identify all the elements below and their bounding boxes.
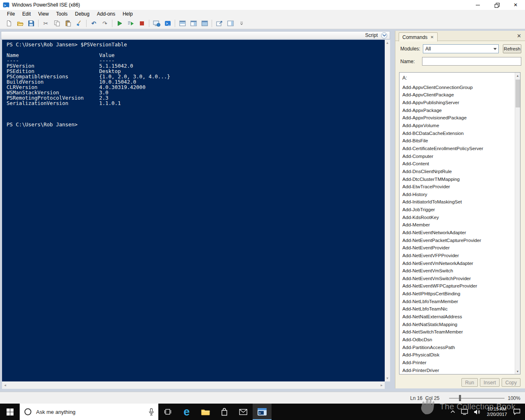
insert-button[interactable]: Insert [480, 378, 500, 387]
console-output[interactable]: PS C:\Users\Rob Jansen> $PSVersionTable … [2, 40, 385, 127]
tab-close-icon[interactable]: ✕ [430, 35, 434, 39]
scroll-down-icon[interactable]: ▼ [515, 368, 521, 374]
run-selection-button[interactable] [125, 19, 136, 28]
menu-item[interactable]: Debug [71, 10, 93, 18]
command-list-item[interactable]: Add-PhysicalDisk [399, 351, 520, 358]
menu-item[interactable]: Help [119, 10, 137, 18]
command-list-item[interactable]: Add-Computer [399, 152, 520, 160]
scroll-up-icon[interactable]: ▲ [384, 40, 390, 46]
command-list-item[interactable]: Add-DnsClientNrptRule [399, 167, 520, 175]
cortana-search-box[interactable]: Ask me anything [20, 404, 158, 420]
volume-button[interactable] [471, 404, 484, 420]
run-button[interactable]: Run [461, 378, 478, 387]
edge-button[interactable]: e [177, 404, 196, 420]
command-list-scrollbar[interactable]: ▲ ▼ [515, 73, 520, 374]
command-list-item[interactable]: Add-AppxPackage [399, 106, 520, 114]
command-list-item[interactable]: Add-JobTrigger [399, 205, 520, 213]
run-script-button[interactable] [114, 19, 125, 28]
menu-item[interactable]: Add-ons [93, 10, 119, 18]
scrollbar-thumb[interactable] [516, 80, 520, 107]
scroll-down-icon[interactable]: ▼ [384, 375, 390, 381]
command-list[interactable]: A: Add-AppvClientConnectionGroupAdd-Appv… [399, 72, 520, 374]
command-list-item[interactable]: Add-Member [399, 221, 520, 229]
command-list-item[interactable]: Add-PrinterPort [399, 374, 520, 374]
command-list-item[interactable]: Add-InitiatorIdToMaskingSet [399, 198, 520, 206]
copy-button[interactable] [51, 19, 62, 28]
menu-item[interactable]: View [34, 10, 52, 18]
panel-close-button[interactable]: ✕ [517, 33, 521, 39]
command-list-item[interactable]: Add-NetEventPacketCaptureProvider [399, 236, 520, 244]
mail-button[interactable] [234, 404, 253, 420]
command-list-item[interactable]: Add-AppvClientPackage [399, 91, 520, 99]
undock-addon-button[interactable] [214, 19, 225, 28]
scroll-left-icon[interactable]: ◄ [2, 382, 8, 388]
command-list-item[interactable]: Add-KdsRootKey [399, 213, 520, 221]
menu-item[interactable]: Edit [18, 10, 34, 18]
command-list-item[interactable]: Add-BitsFile [399, 137, 520, 144]
command-list-item[interactable]: Add-BCDataCacheExtension [399, 129, 520, 137]
tab-commands[interactable]: Commands ✕ [399, 32, 438, 41]
show-script-pane-maximized-button[interactable] [199, 19, 210, 28]
toolbar-overflow-button[interactable] [236, 19, 247, 28]
command-list-item[interactable]: Add-NetLbfoTeamNic [399, 305, 520, 313]
clear-console-button[interactable] [73, 19, 84, 28]
scroll-up-icon[interactable]: ▲ [515, 73, 521, 78]
menu-item[interactable]: File [3, 10, 18, 18]
open-script-button[interactable] [14, 19, 25, 28]
name-filter-input[interactable] [422, 57, 521, 66]
close-button[interactable]: ✕ [506, 0, 525, 10]
save-script-button[interactable] [25, 19, 37, 28]
start-powershell-button[interactable]: >_ [162, 19, 173, 28]
command-list-item[interactable]: Add-NetEventWFPCaptureProvider [399, 282, 520, 290]
file-explorer-button[interactable] [196, 404, 215, 420]
command-list-item[interactable]: Add-NetEventProvider [399, 244, 520, 251]
modules-dropdown[interactable]: All [423, 44, 499, 53]
console-horizontal-scrollbar[interactable]: ◄ ► [2, 381, 385, 389]
new-script-button[interactable] [3, 19, 14, 28]
command-list-item[interactable]: Add-NetEventVmSwitch [399, 267, 520, 274]
command-list-item[interactable]: Add-NetIPHttpsCertBinding [399, 290, 520, 297]
command-list-item[interactable]: Add-PrinterDriver [399, 366, 520, 374]
command-list-item[interactable]: Add-AppvClientConnectionGroup [399, 83, 520, 91]
refresh-button[interactable]: Refresh [503, 44, 521, 53]
expand-script-pane-button[interactable] [381, 32, 387, 39]
cut-button[interactable]: ✂ [40, 19, 51, 28]
stop-button[interactable] [136, 19, 147, 28]
remote-tab-button[interactable] [151, 19, 162, 28]
show-script-pane-right-button[interactable] [188, 19, 199, 28]
command-list-item[interactable]: Add-NetEventVmNetworkAdapter [399, 259, 520, 267]
taskbar-clock[interactable]: 10:15 AM 2/20/2017 [484, 406, 510, 417]
command-list-item[interactable]: Add-NetNatExternalAddress [399, 313, 520, 320]
taskbar-powershell-ise-button[interactable]: >_ [253, 404, 272, 420]
command-list-item[interactable]: Add-AppxProvisionedPackage [399, 114, 520, 122]
redo-button[interactable]: ↷ [99, 19, 110, 28]
command-list-item[interactable]: Add-DtcClusterTMMapping [399, 175, 520, 183]
console-pane[interactable]: PS C:\Users\Rob Jansen> $PSVersionTable … [2, 40, 385, 381]
task-view-button[interactable] [158, 404, 177, 420]
undo-button[interactable]: ↶ [88, 19, 99, 28]
minimize-button[interactable] [468, 0, 487, 10]
command-list-item[interactable]: Add-AppxVolume [399, 121, 520, 129]
command-list-item[interactable]: Add-Printer [399, 358, 520, 366]
restore-button[interactable] [487, 0, 506, 10]
command-list-item[interactable]: Add-OdbcDsn [399, 336, 520, 343]
zoom-slider-thumb[interactable] [459, 395, 461, 401]
command-list-item[interactable]: Add-NetNatStaticMapping [399, 320, 520, 328]
console-vertical-scrollbar[interactable]: ▲ ▼ [385, 40, 390, 381]
command-list-item[interactable]: Add-NetSwitchTeamMember [399, 328, 520, 336]
copy-button-panel[interactable]: Copy [502, 378, 520, 387]
start-button[interactable] [0, 404, 20, 420]
command-list-item[interactable]: Add-EtwTraceProvider [399, 183, 520, 190]
scroll-right-icon[interactable]: ► [379, 382, 385, 388]
action-center-button[interactable] [510, 404, 523, 420]
command-list-item[interactable]: Add-NetEventNetworkAdapter [399, 228, 520, 236]
store-button[interactable] [215, 404, 234, 420]
hidden-icons-button[interactable] [447, 404, 458, 420]
command-list-item[interactable]: Add-NetEventVFPProvider [399, 251, 520, 259]
menu-item[interactable]: Tools [52, 10, 71, 18]
command-list-item[interactable]: Add-AppvPublishingServer [399, 98, 520, 106]
zoom-slider-track[interactable] [449, 398, 504, 399]
paste-button[interactable] [62, 19, 73, 28]
command-list-item[interactable]: Add-CertificateEnrollmentPolicyServer [399, 144, 520, 152]
network-button[interactable] [458, 404, 471, 420]
